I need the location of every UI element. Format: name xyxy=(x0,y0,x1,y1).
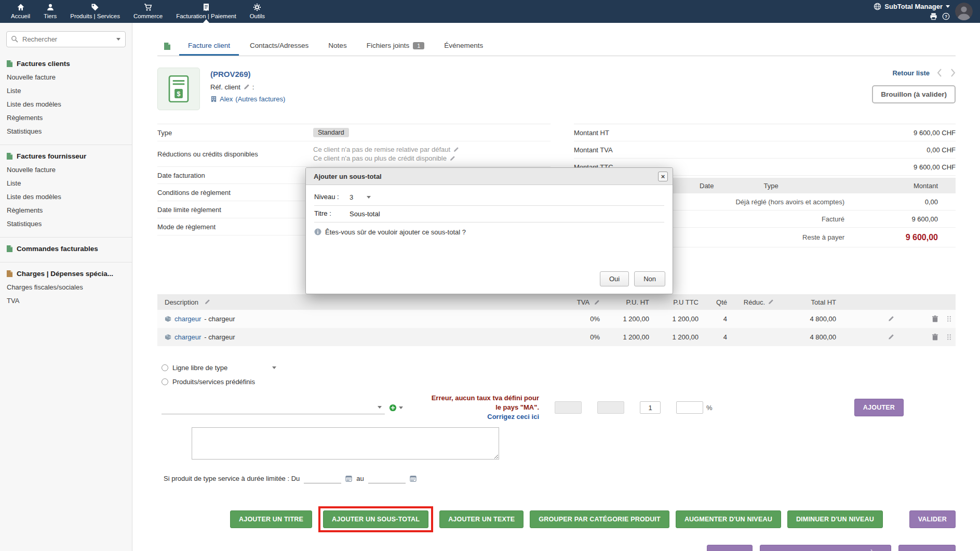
decrease-level-button[interactable]: DIMINUER D'UN NIVEAU xyxy=(787,510,883,528)
predefined-product-label: Produits/services prédéfinis xyxy=(172,378,255,386)
edit-pencil-icon[interactable] xyxy=(449,155,455,162)
tab-card-icon[interactable] xyxy=(157,36,177,56)
edit-line-icon[interactable] xyxy=(888,334,894,340)
tab-evenements[interactable]: Événements xyxy=(435,36,492,56)
sidebar-item-tva[interactable]: TVA xyxy=(0,294,132,308)
product-select[interactable] xyxy=(162,401,385,414)
chevron-down-icon[interactable] xyxy=(116,38,120,41)
sidebar-item-liste[interactable]: Liste xyxy=(0,84,132,98)
close-icon[interactable] xyxy=(658,172,668,181)
modal-header: Ajouter un sous-total xyxy=(306,168,673,185)
calendar-icon[interactable] xyxy=(410,475,417,482)
amount-tva-row: Montant TVA 0,00 CHF xyxy=(574,141,956,159)
drag-handle-icon[interactable] xyxy=(947,334,951,340)
sidebar-item-liste-modeles[interactable]: Liste des modèles xyxy=(0,98,132,111)
tab-fichiers-joints[interactable]: Fichiers joints 1 xyxy=(358,36,434,56)
sidebar-title-factures-clients[interactable]: Factures clients xyxy=(0,58,132,71)
subtotal-title-input[interactable]: Sous-total xyxy=(350,210,380,218)
nav-home[interactable]: Accueil xyxy=(4,0,37,23)
add-title-button[interactable]: AJOUTER UN TITRE xyxy=(230,510,312,528)
product-link[interactable]: chargeur xyxy=(174,333,201,341)
date-start-input[interactable] xyxy=(304,473,341,483)
drag-handle-icon[interactable] xyxy=(947,316,951,322)
print-icon[interactable] xyxy=(930,12,937,20)
free-line-type-select[interactable] xyxy=(232,365,278,370)
tab-notes[interactable]: Notes xyxy=(319,36,355,56)
document-icon xyxy=(6,270,13,278)
edit-pencil-icon[interactable] xyxy=(768,299,774,305)
tab-facture-client[interactable]: Facture client xyxy=(179,36,239,56)
type-chip: Standard xyxy=(313,128,349,137)
sidebar-item-charges-fiscales[interactable]: Charges fiscales/sociales xyxy=(0,281,132,294)
sidebar-item-liste-f[interactable]: Liste xyxy=(0,177,132,190)
tab-contacts-adresses[interactable]: Contacts/Adresses xyxy=(241,36,317,56)
line-tva: 0% xyxy=(561,333,600,341)
field-label: Mode de règlement xyxy=(157,223,313,231)
product-desc: - chargeur xyxy=(204,315,235,323)
confirm-no-button[interactable]: Non xyxy=(634,271,665,286)
error-line-1: Erreur, aucun taux tva défini pour xyxy=(414,393,539,403)
avatar[interactable] xyxy=(955,3,973,20)
delete-line-icon[interactable] xyxy=(932,333,938,341)
convert-to-template-button[interactable]: CONVERTIR EN FACTURE MODÈLE xyxy=(760,545,891,551)
lines-header-discount: Réduc. xyxy=(744,298,765,306)
quantity-input[interactable] xyxy=(640,401,661,414)
field-label: Date limite règlement xyxy=(157,206,313,214)
level-select[interactable]: 3 xyxy=(350,193,371,201)
user-menu[interactable]: SubTotal Manager xyxy=(874,3,950,10)
sidebar-title-factures-fournisseur[interactable]: Factures fournisseur xyxy=(0,150,132,163)
percent-label: % xyxy=(706,404,713,412)
discount-input[interactable] xyxy=(676,401,703,414)
nav-thirdparties[interactable]: Tiers xyxy=(37,0,63,23)
sidebar-item-statistiques[interactable]: Statistiques xyxy=(0,125,132,138)
nav-billing[interactable]: Facturation | Paiement xyxy=(169,0,243,23)
date-end-input[interactable] xyxy=(368,473,406,483)
sidebar-item-reglements-f[interactable]: Règlements xyxy=(0,204,132,217)
add-product-button[interactable] xyxy=(389,404,403,412)
line-puht: 1 200,00 xyxy=(600,333,649,341)
chevron-down-icon xyxy=(378,406,382,409)
edit-pencil-icon[interactable] xyxy=(204,299,210,305)
edit-line-icon[interactable] xyxy=(888,316,894,322)
thirdparty-link[interactable]: Alex xyxy=(220,95,233,103)
sidebar-title-charges[interactable]: Charges | Dépenses spécia... xyxy=(0,268,132,281)
previous-icon[interactable] xyxy=(937,69,942,77)
error-line-2: le pays "MA". xyxy=(414,403,539,412)
thirdparty-category-link[interactable]: (Autres factures) xyxy=(235,95,285,103)
validate-button[interactable]: VALIDER xyxy=(909,510,956,528)
delete-button[interactable]: SUPPRIMER xyxy=(898,545,956,551)
nav-tools[interactable]: Outils xyxy=(243,0,272,23)
edit-pencil-icon[interactable] xyxy=(453,147,459,153)
help-icon[interactable]: ? xyxy=(942,12,950,20)
sidebar-item-liste-modeles-f[interactable]: Liste des modèles xyxy=(0,190,132,204)
sidebar-item-reglements[interactable]: Règlements xyxy=(0,111,132,125)
line-description-textarea[interactable] xyxy=(192,427,499,460)
sidebar-title-commandes[interactable]: Commandes facturables xyxy=(0,243,132,256)
edit-pencil-icon[interactable] xyxy=(243,84,250,90)
free-line-radio[interactable] xyxy=(162,364,168,371)
increase-level-button[interactable]: AUGMENTER D'UN NIVEAU xyxy=(676,510,781,528)
add-text-button[interactable]: AJOUTER UN TEXTE xyxy=(439,510,523,528)
confirm-yes-button[interactable]: Oui xyxy=(600,271,629,286)
fix-error-link[interactable]: Corrigez ceci ici xyxy=(414,412,539,422)
predefined-product-radio[interactable] xyxy=(162,378,168,385)
price-ttc-input[interactable] xyxy=(597,401,624,414)
sidebar-item-nouvelle-facture-f[interactable]: Nouvelle facture xyxy=(0,163,132,177)
add-line-button[interactable]: AJOUTER xyxy=(854,399,904,416)
back-to-list-link[interactable]: Retour liste xyxy=(892,69,930,77)
chevron-down-icon xyxy=(399,406,403,409)
search-input[interactable] xyxy=(6,31,126,47)
group-by-category-button[interactable]: GROUPER PAR CATÉGORIE PRODUIT xyxy=(530,510,669,528)
product-link[interactable]: chargeur xyxy=(174,315,201,323)
clone-button[interactable]: CLONER xyxy=(707,545,753,551)
add-subtotal-button[interactable]: AJOUTER UN SOUS-TOTAL xyxy=(323,510,428,528)
next-icon[interactable] xyxy=(950,69,956,77)
sidebar-item-nouvelle-facture[interactable]: Nouvelle facture xyxy=(0,71,132,84)
nav-commerce[interactable]: Commerce xyxy=(127,0,169,23)
delete-line-icon[interactable] xyxy=(932,315,938,323)
edit-pencil-icon[interactable] xyxy=(594,299,600,306)
sidebar-item-statistiques-f[interactable]: Statistiques xyxy=(0,217,132,231)
nav-products[interactable]: Produits | Services xyxy=(63,0,127,23)
calendar-icon[interactable] xyxy=(345,475,352,482)
price-ht-input[interactable] xyxy=(555,401,582,414)
